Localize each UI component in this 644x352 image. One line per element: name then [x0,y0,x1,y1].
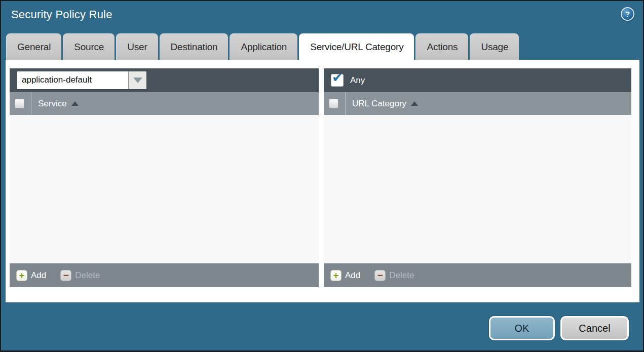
service-column-header[interactable]: Service [38,99,67,109]
tab-source[interactable]: Source [63,33,115,60]
help-icon[interactable]: ? [621,7,634,21]
delete-button-label: Delete [75,270,100,281]
service-add-button[interactable]: + Add [16,270,46,281]
tab-destination[interactable]: Destination [160,33,229,60]
url-category-panel: ✔ Any URL Category + Add − Delete [324,68,631,287]
chevron-down-icon[interactable] [128,71,146,89]
any-checkbox[interactable]: ✔ [331,74,344,87]
delete-button-label: Delete [389,270,414,281]
service-delete-button[interactable]: − Delete [60,270,100,281]
tab-general[interactable]: General [6,33,61,60]
tab-bar: GeneralSourceUserDestinationApplicationS… [6,33,643,60]
url-category-select-all-checkbox[interactable] [329,99,338,108]
minus-icon: − [374,270,386,281]
dialog-content: application-default Service + Add [6,60,639,302]
checkmark-icon: ✔ [332,70,343,86]
sort-ascending-icon[interactable] [411,101,418,106]
ok-button[interactable]: OK [489,316,555,340]
any-checkbox-label: Any [350,75,365,86]
add-button-label: Add [345,270,360,281]
service-panel-toolbar: application-default [10,68,319,92]
tab-service-url-category[interactable]: Service/URL Category [299,33,414,61]
url-category-add-button[interactable]: + Add [330,270,360,281]
url-category-panel-footer: + Add − Delete [324,263,631,287]
service-dropdown[interactable]: application-default [17,71,147,90]
plus-icon: + [330,270,342,281]
header-divider [345,92,346,115]
tab-user[interactable]: User [116,33,158,60]
cancel-button[interactable]: Cancel [560,316,629,340]
dialog-title: Security Policy Rule [11,8,112,21]
service-panel: application-default Service + Add [10,68,319,287]
service-list[interactable] [10,115,319,263]
url-category-table-header: URL Category [324,92,631,115]
url-category-panel-toolbar: ✔ Any [324,68,631,92]
service-select-all-checkbox[interactable] [15,99,24,108]
tab-usage[interactable]: Usage [470,33,519,60]
header-divider [31,92,31,115]
service-panel-footer: + Add − Delete [10,263,319,287]
minus-icon: − [60,270,71,281]
url-category-delete-button[interactable]: − Delete [374,270,414,281]
chevron-down-glyph [133,77,142,83]
url-category-list[interactable] [324,115,631,263]
service-dropdown-value: application-default [17,71,128,89]
plus-icon: + [16,270,27,281]
security-policy-rule-dialog: Security Policy Rule ? GeneralSourceUser… [0,0,644,352]
add-button-label: Add [31,270,46,281]
sort-ascending-icon[interactable] [71,101,79,106]
tab-actions[interactable]: Actions [415,33,468,60]
tab-application[interactable]: Application [230,33,297,60]
service-table-header: Service [10,92,319,115]
url-category-column-header[interactable]: URL Category [352,99,406,109]
